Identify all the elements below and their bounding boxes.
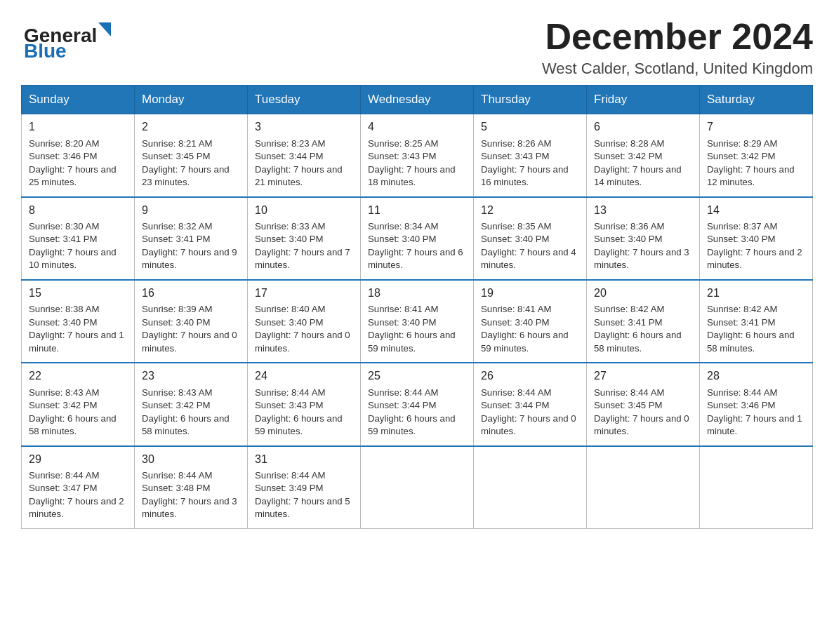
calendar-cell: 20 Sunrise: 8:42 AMSunset: 3:41 PMDaylig… xyxy=(587,280,700,363)
calendar-cell xyxy=(587,446,700,529)
day-info: Sunrise: 8:44 AMSunset: 3:49 PMDaylight:… xyxy=(255,469,353,521)
col-header-tuesday: Tuesday xyxy=(248,86,361,114)
day-number: 14 xyxy=(707,203,805,218)
calendar-cell: 18 Sunrise: 8:41 AMSunset: 3:40 PMDaylig… xyxy=(361,280,474,363)
day-number: 22 xyxy=(29,368,127,384)
day-number: 9 xyxy=(142,203,240,218)
svg-marker-1 xyxy=(98,22,111,36)
day-info: Sunrise: 8:40 AMSunset: 3:40 PMDaylight:… xyxy=(255,303,353,355)
day-info: Sunrise: 8:37 AMSunset: 3:40 PMDaylight:… xyxy=(707,220,805,272)
day-number: 15 xyxy=(29,286,127,301)
calendar-cell: 9 Sunrise: 8:32 AMSunset: 3:41 PMDayligh… xyxy=(135,197,248,280)
day-info: Sunrise: 8:21 AMSunset: 3:45 PMDaylight:… xyxy=(142,137,240,189)
day-info: Sunrise: 8:41 AMSunset: 3:40 PMDaylight:… xyxy=(368,303,466,355)
title-section: December 2024 West Calder, Scotland, Uni… xyxy=(542,17,813,78)
day-number: 10 xyxy=(255,203,353,218)
day-info: Sunrise: 8:32 AMSunset: 3:41 PMDaylight:… xyxy=(142,220,240,272)
day-number: 19 xyxy=(481,286,579,301)
calendar-cell: 4 Sunrise: 8:25 AMSunset: 3:43 PMDayligh… xyxy=(361,114,474,197)
day-number: 21 xyxy=(707,286,805,301)
day-info: Sunrise: 8:23 AMSunset: 3:44 PMDaylight:… xyxy=(255,137,353,189)
calendar-cell: 16 Sunrise: 8:39 AMSunset: 3:40 PMDaylig… xyxy=(135,280,248,363)
calendar-cell: 15 Sunrise: 8:38 AMSunset: 3:40 PMDaylig… xyxy=(22,280,135,363)
day-info: Sunrise: 8:33 AMSunset: 3:40 PMDaylight:… xyxy=(255,220,353,272)
calendar-cell: 22 Sunrise: 8:43 AMSunset: 3:42 PMDaylig… xyxy=(22,363,135,445)
calendar-cell: 12 Sunrise: 8:35 AMSunset: 3:40 PMDaylig… xyxy=(474,197,587,280)
calendar-cell: 28 Sunrise: 8:44 AMSunset: 3:46 PMDaylig… xyxy=(700,363,813,445)
calendar-cell: 19 Sunrise: 8:41 AMSunset: 3:40 PMDaylig… xyxy=(474,280,587,363)
day-number: 23 xyxy=(142,368,240,384)
day-number: 28 xyxy=(707,368,805,384)
calendar-cell xyxy=(700,446,813,529)
svg-text:Blue: Blue xyxy=(24,40,67,59)
calendar-table: SundayMondayTuesdayWednesdayThursdayFrid… xyxy=(21,85,813,529)
calendar-week-row: 15 Sunrise: 8:38 AMSunset: 3:40 PMDaylig… xyxy=(22,280,813,363)
calendar-cell: 10 Sunrise: 8:33 AMSunset: 3:40 PMDaylig… xyxy=(248,197,361,280)
calendar-week-row: 29 Sunrise: 8:44 AMSunset: 3:47 PMDaylig… xyxy=(22,446,813,529)
calendar-cell: 3 Sunrise: 8:23 AMSunset: 3:44 PMDayligh… xyxy=(248,114,361,197)
day-info: Sunrise: 8:29 AMSunset: 3:42 PMDaylight:… xyxy=(707,137,805,189)
day-number: 4 xyxy=(368,119,466,135)
calendar-cell: 13 Sunrise: 8:36 AMSunset: 3:40 PMDaylig… xyxy=(587,197,700,280)
calendar-cell: 14 Sunrise: 8:37 AMSunset: 3:40 PMDaylig… xyxy=(700,197,813,280)
day-number: 7 xyxy=(707,119,805,135)
day-info: Sunrise: 8:28 AMSunset: 3:42 PMDaylight:… xyxy=(594,137,692,189)
calendar-cell xyxy=(361,446,474,529)
col-header-thursday: Thursday xyxy=(474,86,587,114)
day-number: 12 xyxy=(481,203,579,218)
calendar-cell: 1 Sunrise: 8:20 AMSunset: 3:46 PMDayligh… xyxy=(22,114,135,197)
day-info: Sunrise: 8:44 AMSunset: 3:47 PMDaylight:… xyxy=(29,469,127,521)
day-info: Sunrise: 8:39 AMSunset: 3:40 PMDaylight:… xyxy=(142,303,240,355)
day-number: 20 xyxy=(594,286,692,301)
day-info: Sunrise: 8:38 AMSunset: 3:40 PMDaylight:… xyxy=(29,303,127,355)
day-info: Sunrise: 8:35 AMSunset: 3:40 PMDaylight:… xyxy=(481,220,579,272)
calendar-cell: 5 Sunrise: 8:26 AMSunset: 3:43 PMDayligh… xyxy=(474,114,587,197)
day-info: Sunrise: 8:42 AMSunset: 3:41 PMDaylight:… xyxy=(594,303,692,355)
day-info: Sunrise: 8:25 AMSunset: 3:43 PMDaylight:… xyxy=(368,137,466,189)
day-info: Sunrise: 8:26 AMSunset: 3:43 PMDaylight:… xyxy=(481,137,579,189)
day-info: Sunrise: 8:43 AMSunset: 3:42 PMDaylight:… xyxy=(142,387,240,438)
calendar-cell: 17 Sunrise: 8:40 AMSunset: 3:40 PMDaylig… xyxy=(248,280,361,363)
col-header-wednesday: Wednesday xyxy=(361,86,474,114)
calendar-cell: 27 Sunrise: 8:44 AMSunset: 3:45 PMDaylig… xyxy=(587,363,700,445)
calendar-cell: 30 Sunrise: 8:44 AMSunset: 3:48 PMDaylig… xyxy=(135,446,248,529)
calendar-cell: 23 Sunrise: 8:43 AMSunset: 3:42 PMDaylig… xyxy=(135,363,248,445)
page-header: General Blue December 2024 West Calder, … xyxy=(21,17,813,78)
day-number: 2 xyxy=(142,119,240,135)
logo: General Blue xyxy=(21,17,119,59)
day-number: 13 xyxy=(594,203,692,218)
calendar-cell: 31 Sunrise: 8:44 AMSunset: 3:49 PMDaylig… xyxy=(248,446,361,529)
day-info: Sunrise: 8:30 AMSunset: 3:41 PMDaylight:… xyxy=(29,220,127,272)
day-info: Sunrise: 8:44 AMSunset: 3:43 PMDaylight:… xyxy=(255,387,353,438)
day-number: 16 xyxy=(142,286,240,301)
calendar-cell: 7 Sunrise: 8:29 AMSunset: 3:42 PMDayligh… xyxy=(700,114,813,197)
day-number: 31 xyxy=(255,452,353,467)
calendar-cell: 21 Sunrise: 8:42 AMSunset: 3:41 PMDaylig… xyxy=(700,280,813,363)
calendar-cell: 25 Sunrise: 8:44 AMSunset: 3:44 PMDaylig… xyxy=(361,363,474,445)
day-number: 30 xyxy=(142,452,240,467)
calendar-cell: 11 Sunrise: 8:34 AMSunset: 3:40 PMDaylig… xyxy=(361,197,474,280)
calendar-week-row: 1 Sunrise: 8:20 AMSunset: 3:46 PMDayligh… xyxy=(22,114,813,197)
col-header-sunday: Sunday xyxy=(22,86,135,114)
calendar-cell: 26 Sunrise: 8:44 AMSunset: 3:44 PMDaylig… xyxy=(474,363,587,445)
calendar-week-row: 22 Sunrise: 8:43 AMSunset: 3:42 PMDaylig… xyxy=(22,363,813,445)
calendar-cell: 6 Sunrise: 8:28 AMSunset: 3:42 PMDayligh… xyxy=(587,114,700,197)
day-info: Sunrise: 8:36 AMSunset: 3:40 PMDaylight:… xyxy=(594,220,692,272)
calendar-cell: 8 Sunrise: 8:30 AMSunset: 3:41 PMDayligh… xyxy=(22,197,135,280)
day-number: 5 xyxy=(481,119,579,135)
day-number: 1 xyxy=(29,119,127,135)
day-info: Sunrise: 8:42 AMSunset: 3:41 PMDaylight:… xyxy=(707,303,805,355)
day-number: 6 xyxy=(594,119,692,135)
calendar-cell: 29 Sunrise: 8:44 AMSunset: 3:47 PMDaylig… xyxy=(22,446,135,529)
day-number: 27 xyxy=(594,368,692,384)
day-number: 29 xyxy=(29,452,127,467)
day-info: Sunrise: 8:41 AMSunset: 3:40 PMDaylight:… xyxy=(481,303,579,355)
day-number: 11 xyxy=(368,203,466,218)
calendar-header-row: SundayMondayTuesdayWednesdayThursdayFrid… xyxy=(22,86,813,114)
calendar-cell xyxy=(474,446,587,529)
day-info: Sunrise: 8:43 AMSunset: 3:42 PMDaylight:… xyxy=(29,387,127,438)
calendar-cell: 2 Sunrise: 8:21 AMSunset: 3:45 PMDayligh… xyxy=(135,114,248,197)
calendar-week-row: 8 Sunrise: 8:30 AMSunset: 3:41 PMDayligh… xyxy=(22,197,813,280)
day-number: 17 xyxy=(255,286,353,301)
month-title: December 2024 xyxy=(542,17,813,57)
